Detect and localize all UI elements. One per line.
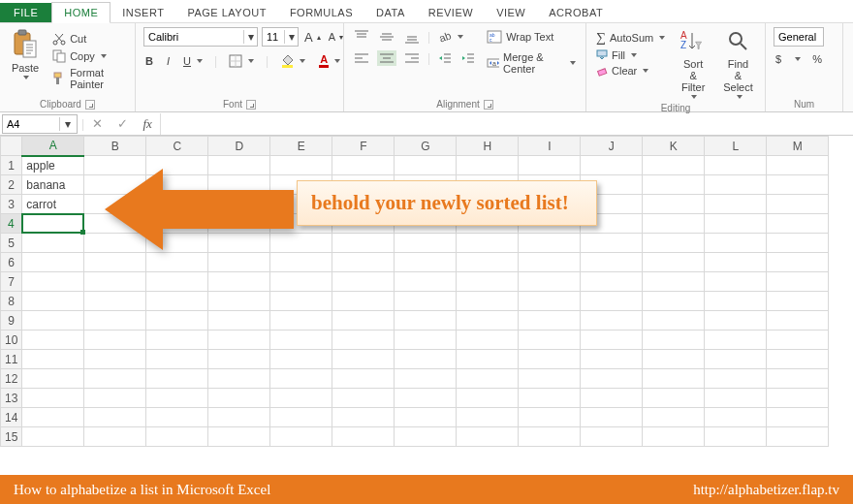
cell[interactable]: [767, 408, 829, 427]
cell[interactable]: [332, 253, 395, 272]
cell[interactable]: [767, 253, 829, 272]
cell[interactable]: [332, 292, 395, 311]
cell[interactable]: [332, 350, 395, 369]
cell[interactable]: [84, 292, 146, 311]
cell[interactable]: [767, 350, 829, 369]
cell[interactable]: [146, 369, 208, 389]
row-header[interactable]: 1: [1, 156, 22, 175]
cell[interactable]: [581, 272, 643, 292]
row-header[interactable]: 6: [1, 253, 22, 272]
cell[interactable]: [332, 408, 395, 427]
cell[interactable]: [643, 311, 705, 331]
cell[interactable]: [395, 350, 457, 369]
cell[interactable]: [22, 350, 84, 369]
font-size-input[interactable]: [263, 28, 284, 46]
cell[interactable]: [395, 331, 457, 350]
cell[interactable]: [705, 369, 767, 389]
cell[interactable]: [270, 272, 332, 292]
format-painter-button[interactable]: Format Painter: [50, 66, 127, 91]
tab-view[interactable]: VIEW: [485, 3, 537, 22]
cell[interactable]: [457, 253, 519, 272]
number-format-input[interactable]: [774, 28, 823, 46]
cell[interactable]: [581, 408, 643, 427]
cell[interactable]: [457, 389, 519, 408]
enter-formula-button[interactable]: ✓: [110, 116, 135, 131]
row-header[interactable]: 7: [1, 272, 22, 292]
fill-button[interactable]: Fill: [594, 48, 667, 62]
column-header[interactable]: L: [705, 137, 767, 156]
cell[interactable]: [519, 234, 581, 253]
cell[interactable]: [146, 350, 208, 369]
cell[interactable]: [22, 214, 84, 234]
cell[interactable]: [705, 331, 767, 350]
column-header[interactable]: M: [767, 137, 829, 156]
cell[interactable]: [270, 311, 332, 331]
align-middle-button[interactable]: [377, 29, 396, 45]
cell[interactable]: [581, 234, 643, 253]
cell[interactable]: [457, 331, 519, 350]
cut-button[interactable]: Cut: [50, 31, 127, 47]
bold-button[interactable]: B: [143, 54, 155, 68]
cell[interactable]: [581, 389, 643, 408]
row-header[interactable]: 3: [1, 195, 22, 214]
cell[interactable]: [767, 331, 829, 350]
cell[interactable]: [705, 272, 767, 292]
column-header[interactable]: C: [146, 137, 208, 156]
currency-button[interactable]: $: [774, 52, 783, 66]
row-header[interactable]: 2: [1, 175, 22, 195]
cell[interactable]: [519, 292, 581, 311]
clear-button[interactable]: Clear: [594, 64, 667, 78]
find-select-button[interactable]: Find &Select: [719, 27, 757, 101]
border-button[interactable]: [227, 53, 256, 69]
cell[interactable]: [519, 253, 581, 272]
cell[interactable]: [581, 369, 643, 389]
italic-button[interactable]: I: [165, 54, 172, 68]
column-header[interactable]: A: [22, 137, 84, 156]
tab-insert[interactable]: INSERT: [111, 3, 175, 22]
cell[interactable]: [84, 408, 146, 427]
cell[interactable]: [643, 369, 705, 389]
cell[interactable]: [395, 292, 457, 311]
cell[interactable]: [581, 331, 643, 350]
cell[interactable]: [22, 408, 84, 427]
cell[interactable]: carrot: [22, 195, 84, 214]
tab-page-layout[interactable]: PAGE LAYOUT: [175, 3, 278, 22]
cell[interactable]: [84, 369, 146, 389]
copy-button[interactable]: Copy: [50, 48, 127, 64]
cell[interactable]: [270, 331, 332, 350]
row-header[interactable]: 10: [1, 331, 22, 350]
cell[interactable]: [395, 427, 457, 447]
cell[interactable]: [84, 350, 146, 369]
cell[interactable]: [767, 389, 829, 408]
increase-indent-button[interactable]: [459, 50, 477, 66]
cell[interactable]: [581, 311, 643, 331]
cell[interactable]: [270, 427, 332, 447]
tab-home[interactable]: HOME: [51, 2, 111, 23]
cell[interactable]: [705, 389, 767, 408]
cell[interactable]: [395, 156, 457, 175]
cell[interactable]: [705, 214, 767, 234]
cell[interactable]: [332, 427, 395, 447]
cell[interactable]: [643, 253, 705, 272]
align-top-button[interactable]: [352, 29, 371, 45]
cell[interactable]: [22, 369, 84, 389]
cell[interactable]: [705, 350, 767, 369]
row-header[interactable]: 12: [1, 369, 22, 389]
cell[interactable]: [767, 369, 829, 389]
cell[interactable]: [767, 272, 829, 292]
orientation-button[interactable]: ab: [436, 29, 465, 45]
cell[interactable]: [395, 253, 457, 272]
cancel-formula-button[interactable]: ✕: [84, 116, 110, 131]
cell[interactable]: [395, 389, 457, 408]
cell[interactable]: [208, 272, 270, 292]
cell[interactable]: [643, 331, 705, 350]
cell[interactable]: [146, 331, 208, 350]
select-all-corner[interactable]: [1, 137, 22, 156]
column-header[interactable]: H: [457, 137, 519, 156]
tab-file[interactable]: FILE: [0, 3, 51, 22]
cell[interactable]: [643, 156, 705, 175]
autosum-button[interactable]: ∑AutoSum: [594, 29, 667, 47]
cell[interactable]: [643, 389, 705, 408]
align-left-button[interactable]: [352, 50, 371, 66]
cell[interactable]: [332, 389, 395, 408]
